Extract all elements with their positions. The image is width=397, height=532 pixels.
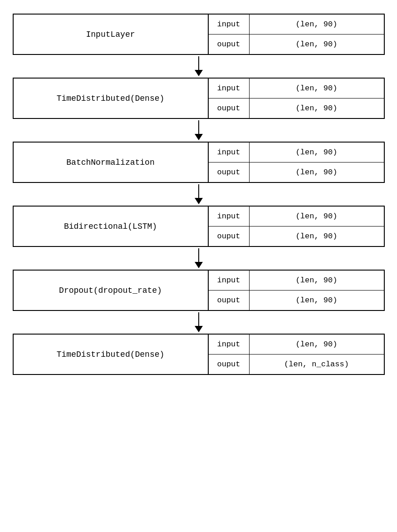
input-label-bidirectional-lstm: input xyxy=(209,207,250,226)
output-value-input-layer: (len, 90) xyxy=(250,34,384,54)
input-row-time-distributed-dense-1: input(len, 90) xyxy=(209,79,384,99)
arrow-0 xyxy=(195,55,203,78)
output-label-time-distributed-dense-2: ouput xyxy=(209,355,250,374)
arrow-shape-2 xyxy=(195,184,203,204)
input-row-dropout: input(len, 90) xyxy=(209,271,384,291)
output-row-input-layer: ouput(len, 90) xyxy=(209,34,384,54)
layer-block-batch-normalization: BatchNormalizationinput(len, 90)ouput(le… xyxy=(13,142,385,183)
input-row-batch-normalization: input(len, 90) xyxy=(209,143,384,163)
input-value-time-distributed-dense-2: (len, 90) xyxy=(250,335,384,354)
layer-block-time-distributed-dense-2: TimeDistributed(Dense)input(len, 90)oupu… xyxy=(13,334,385,375)
input-value-time-distributed-dense-1: (len, 90) xyxy=(250,79,384,98)
layer-block-dropout: Dropout(dropout_rate)input(len, 90)ouput… xyxy=(13,270,385,311)
output-row-batch-normalization: ouput(len, 90) xyxy=(209,163,384,182)
arrow-head-0 xyxy=(195,70,203,76)
arrow-line-1 xyxy=(198,120,199,134)
layer-block-time-distributed-dense-1: TimeDistributed(Dense)input(len, 90)oupu… xyxy=(13,78,385,119)
output-label-input-layer: ouput xyxy=(209,34,250,54)
input-value-batch-normalization: (len, 90) xyxy=(250,143,384,162)
input-value-dropout: (len, 90) xyxy=(250,271,384,290)
layer-name-time-distributed-dense-1: TimeDistributed(Dense) xyxy=(14,79,209,118)
arrow-head-2 xyxy=(195,198,203,204)
input-row-bidirectional-lstm: input(len, 90) xyxy=(209,207,384,227)
output-value-bidirectional-lstm: (len, 90) xyxy=(250,227,384,246)
input-row-time-distributed-dense-2: input(len, 90) xyxy=(209,335,384,355)
input-label-input-layer: input xyxy=(209,15,250,34)
layer-block-input-layer: InputLayerinput(len, 90)ouput(len, 90) xyxy=(13,14,385,55)
arrow-line-0 xyxy=(198,56,199,70)
arrow-2 xyxy=(195,183,203,206)
arrow-shape-1 xyxy=(195,120,203,140)
output-row-time-distributed-dense-1: ouput(len, 90) xyxy=(209,99,384,118)
diagram-container: InputLayerinput(len, 90)ouput(len, 90)Ti… xyxy=(13,9,385,375)
input-value-input-layer: (len, 90) xyxy=(250,15,384,34)
arrow-shape-4 xyxy=(195,312,203,332)
output-label-batch-normalization: ouput xyxy=(209,163,250,182)
arrow-line-3 xyxy=(198,248,199,262)
input-label-dropout: input xyxy=(209,271,250,290)
output-value-batch-normalization: (len, 90) xyxy=(250,163,384,182)
layer-io-input-layer: input(len, 90)ouput(len, 90) xyxy=(209,15,384,54)
arrow-line-4 xyxy=(198,312,199,326)
output-row-bidirectional-lstm: ouput(len, 90) xyxy=(209,227,384,246)
layer-io-batch-normalization: input(len, 90)ouput(len, 90) xyxy=(209,143,384,182)
layer-io-time-distributed-dense-2: input(len, 90)ouput(len, n_class) xyxy=(209,335,384,374)
layer-name-time-distributed-dense-2: TimeDistributed(Dense) xyxy=(14,335,209,374)
arrow-3 xyxy=(195,247,203,270)
output-label-bidirectional-lstm: ouput xyxy=(209,227,250,246)
layer-name-input-layer: InputLayer xyxy=(14,15,209,54)
arrow-line-2 xyxy=(198,184,199,198)
input-label-batch-normalization: input xyxy=(209,143,250,162)
layer-name-dropout: Dropout(dropout_rate) xyxy=(14,271,209,310)
input-label-time-distributed-dense-1: input xyxy=(209,79,250,98)
output-row-dropout: ouput(len, 90) xyxy=(209,291,384,310)
layer-io-dropout: input(len, 90)ouput(len, 90) xyxy=(209,271,384,310)
output-value-dropout: (len, 90) xyxy=(250,291,384,310)
arrow-head-3 xyxy=(195,262,203,268)
input-row-input-layer: input(len, 90) xyxy=(209,15,384,34)
output-label-dropout: ouput xyxy=(209,291,250,310)
arrow-4 xyxy=(195,311,203,334)
output-row-time-distributed-dense-2: ouput(len, n_class) xyxy=(209,355,384,374)
input-label-time-distributed-dense-2: input xyxy=(209,335,250,354)
arrow-shape-0 xyxy=(195,56,203,76)
layer-io-time-distributed-dense-1: input(len, 90)ouput(len, 90) xyxy=(209,79,384,118)
output-value-time-distributed-dense-2: (len, n_class) xyxy=(250,355,384,374)
arrow-head-4 xyxy=(195,326,203,332)
layer-io-bidirectional-lstm: input(len, 90)ouput(len, 90) xyxy=(209,207,384,246)
input-value-bidirectional-lstm: (len, 90) xyxy=(250,207,384,226)
arrow-head-1 xyxy=(195,134,203,140)
arrow-shape-3 xyxy=(195,248,203,268)
layer-name-bidirectional-lstm: Bidirectional(LSTM) xyxy=(14,207,209,246)
layer-name-batch-normalization: BatchNormalization xyxy=(14,143,209,182)
layer-block-bidirectional-lstm: Bidirectional(LSTM)input(len, 90)ouput(l… xyxy=(13,206,385,247)
output-value-time-distributed-dense-1: (len, 90) xyxy=(250,99,384,118)
arrow-1 xyxy=(195,119,203,142)
output-label-time-distributed-dense-1: ouput xyxy=(209,99,250,118)
